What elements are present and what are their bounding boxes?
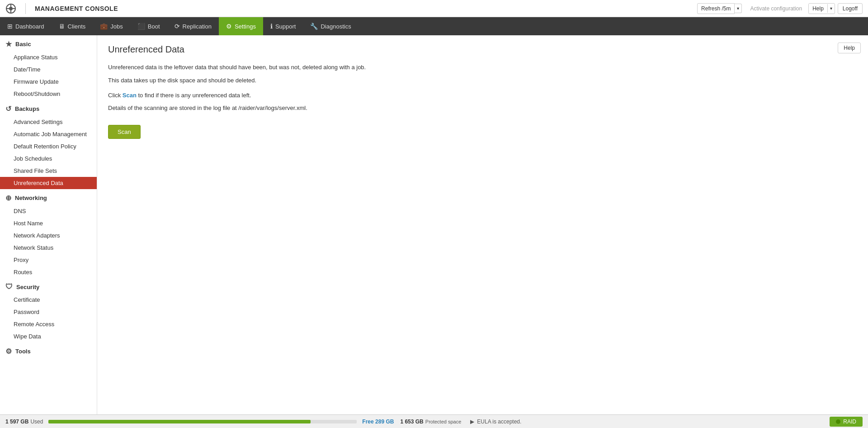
- sidebar-section-tools[interactable]: ⚙Tools: [0, 342, 97, 358]
- sidebar: ★BasicAppliance StatusDate/TimeFirmware …: [0, 35, 97, 414]
- sidebar-section-basic[interactable]: ★Basic: [0, 35, 97, 51]
- nav-icon-settings: ⚙: [226, 23, 232, 30]
- sidebar-item-routes[interactable]: Routes: [0, 266, 97, 278]
- sidebar-item-dns[interactable]: DNS: [0, 205, 97, 217]
- topbar: MANAGEMENT CONSOLE Refresh /5m ▾ Activat…: [0, 0, 868, 17]
- help-group: Help ▾: [808, 3, 835, 14]
- free-value: 289 GB: [375, 418, 394, 425]
- navbar: ⊞Dashboard🖥Clients💼Jobs⬛Boot⟳Replication…: [0, 17, 868, 35]
- statusbar: 1 597 GB Used Free 289 GB 1 653 GB Prote…: [0, 414, 868, 428]
- eula-status: ▶ EULA is accepted.: [470, 418, 521, 425]
- nav-item-replication[interactable]: ⟳Replication: [167, 17, 219, 35]
- sidebar-item-default-retention-policy[interactable]: Default Retention Policy: [0, 140, 97, 152]
- instruction-text: Click Scan to find if there is any unref…: [108, 91, 857, 100]
- sidebar-section-backups[interactable]: ↺Backups: [0, 100, 97, 116]
- log-path-text: Details of the scanning are stored in th…: [108, 104, 857, 113]
- help-dropdown-button[interactable]: ▾: [827, 4, 835, 13]
- nav-label-support: Support: [275, 23, 296, 30]
- sidebar-item-certificate[interactable]: Certificate: [0, 294, 97, 306]
- eula-text: EULA is accepted.: [477, 418, 521, 425]
- section-icon-basic: ★: [5, 40, 12, 48]
- nav-item-clients[interactable]: 🖥Clients: [52, 17, 93, 35]
- sidebar-item-firmware-update[interactable]: Firmware Update: [0, 76, 97, 88]
- help-button[interactable]: Help: [809, 4, 827, 14]
- instruction-suffix: to find if there is any unreferenced dat…: [137, 92, 251, 99]
- sidebar-item-automatic-job-management[interactable]: Automatic Job Management: [0, 128, 97, 140]
- sidebar-item-remote-access[interactable]: Remote Access: [0, 318, 97, 330]
- content-area: Help Unreferenced Data Unreferenced data…: [97, 35, 868, 414]
- raid-label: RAID: [843, 418, 856, 425]
- sidebar-item-appliance-status[interactable]: Appliance Status: [0, 51, 97, 63]
- page-title: Unreferenced Data: [108, 44, 857, 55]
- app-title: MANAGEMENT CONSOLE: [35, 5, 118, 12]
- sidebar-item-advanced-settings[interactable]: Advanced Settings: [0, 116, 97, 128]
- nav-label-boot: Boot: [148, 23, 160, 30]
- app-logo: [5, 3, 16, 14]
- nav-item-settings[interactable]: ⚙Settings: [219, 17, 263, 35]
- sidebar-item-shared-file-sets[interactable]: Shared File Sets: [0, 165, 97, 177]
- sidebar-item-date-time[interactable]: Date/Time: [0, 63, 97, 76]
- nav-label-jobs: Jobs: [110, 23, 123, 30]
- sidebar-item-job-schedules[interactable]: Job Schedules: [0, 152, 97, 165]
- sidebar-item-host-name[interactable]: Host Name: [0, 217, 97, 229]
- sidebar-section-networking[interactable]: ⊕Networking: [0, 189, 97, 205]
- nav-item-diagnostics[interactable]: 🔧Diagnostics: [303, 17, 358, 35]
- nav-item-boot[interactable]: ⬛Boot: [130, 17, 167, 35]
- nav-icon-dashboard: ⊞: [7, 23, 13, 30]
- scan-link-text: Scan: [123, 92, 137, 99]
- description-line2: This data takes up the disk space and sh…: [108, 76, 857, 86]
- section-label-basic: Basic: [15, 41, 31, 48]
- scan-button[interactable]: Scan: [108, 125, 141, 139]
- sidebar-item-unreferenced-data[interactable]: Unreferenced Data: [0, 177, 97, 189]
- sidebar-item-network-status[interactable]: Network Status: [0, 242, 97, 254]
- logo-icon: [5, 3, 16, 14]
- nav-icon-support: ℹ: [270, 23, 273, 30]
- sidebar-item-network-adapters[interactable]: Network Adapters: [0, 229, 97, 242]
- nav-label-replication: Replication: [183, 23, 212, 30]
- description-line1: Unreferenced data is the leftover data t…: [108, 63, 857, 72]
- used-value: 1 597 GB: [5, 418, 28, 425]
- nav-icon-boot: ⬛: [137, 23, 145, 30]
- section-icon-tools: ⚙: [5, 347, 12, 356]
- activate-config-button[interactable]: Activate configuration: [746, 4, 806, 14]
- eula-icon: ▶: [470, 418, 474, 425]
- used-label: Used: [30, 418, 43, 425]
- nav-item-jobs[interactable]: 💼Jobs: [93, 17, 130, 35]
- usage-bar-fill: [48, 420, 311, 423]
- nav-label-diagnostics: Diagnostics: [321, 23, 351, 30]
- nav-icon-replication: ⟳: [175, 23, 180, 30]
- section-label-tools: Tools: [15, 348, 31, 355]
- refresh-dropdown-button[interactable]: ▾: [735, 4, 742, 13]
- free-label: Free 289 GB: [362, 418, 394, 425]
- raid-indicator: [836, 419, 840, 424]
- nav-label-settings: Settings: [235, 23, 256, 30]
- section-label-networking: Networking: [15, 195, 47, 201]
- protected-label: Protected space: [425, 419, 462, 424]
- nav-icon-clients: 🖥: [59, 23, 65, 30]
- nav-item-support[interactable]: ℹSupport: [263, 17, 303, 35]
- sidebar-item-reboot-shutdown[interactable]: Reboot/Shutdown: [0, 88, 97, 100]
- sidebar-item-wipe-data[interactable]: Wipe Data: [0, 330, 97, 342]
- sidebar-section-security[interactable]: 🛡Security: [0, 278, 97, 294]
- section-icon-backups: ↺: [5, 105, 11, 113]
- sidebar-item-proxy[interactable]: Proxy: [0, 254, 97, 266]
- refresh-group: Refresh /5m ▾: [697, 3, 742, 14]
- nav-label-dashboard: Dashboard: [15, 23, 44, 30]
- section-icon-security: 🛡: [5, 283, 13, 291]
- section-icon-networking: ⊕: [5, 194, 11, 202]
- logoff-button[interactable]: Logoff: [838, 3, 863, 14]
- sidebar-item-password[interactable]: Password: [0, 306, 97, 318]
- nav-icon-diagnostics: 🔧: [310, 23, 318, 30]
- content-help-button[interactable]: Help: [838, 43, 861, 53]
- section-label-security: Security: [16, 284, 39, 290]
- nav-icon-jobs: 💼: [100, 23, 108, 30]
- topbar-divider: [25, 3, 26, 14]
- instruction-prefix: Click: [108, 92, 123, 99]
- protected-value: 1 653 GB: [400, 418, 423, 425]
- usage-bar: [48, 420, 357, 423]
- section-label-backups: Backups: [15, 105, 39, 112]
- raid-button[interactable]: RAID: [830, 417, 863, 427]
- refresh-button[interactable]: Refresh /5m: [697, 3, 735, 14]
- svg-point-1: [9, 7, 13, 10]
- nav-item-dashboard[interactable]: ⊞Dashboard: [0, 17, 52, 35]
